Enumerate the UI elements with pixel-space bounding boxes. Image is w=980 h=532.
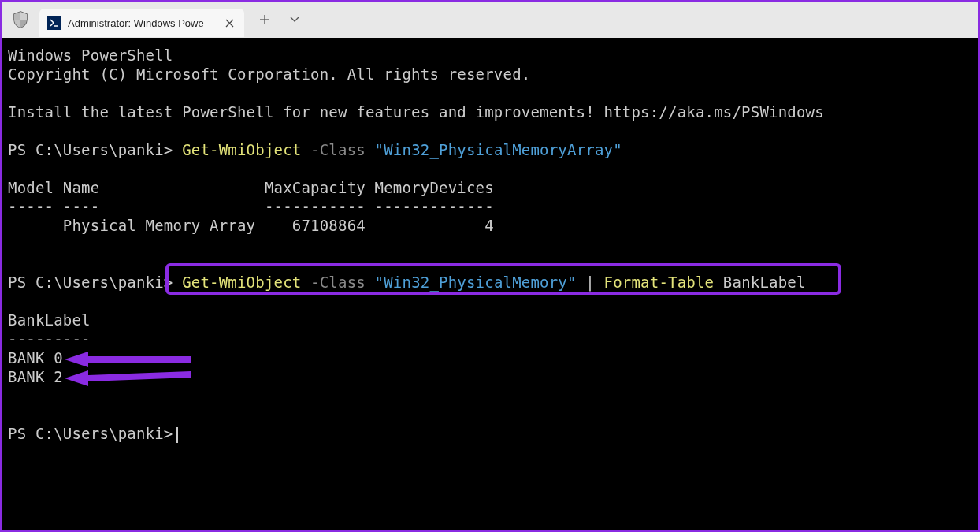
- terminal-tab[interactable]: Administrator: Windows Powe: [39, 9, 244, 37]
- terminal-output[interactable]: Windows PowerShell Copyright (C) Microso…: [2, 38, 978, 530]
- title-bar: Administrator: Windows Powe: [2, 2, 978, 38]
- copyright-line: Copyright (C) Microsoft Corporation. All…: [8, 65, 972, 84]
- blank-line: [8, 254, 972, 273]
- blank-line: [8, 121, 972, 140]
- table-header: BankLabel: [8, 311, 972, 329]
- arg: BankLabel: [714, 273, 805, 291]
- blank-line: [8, 235, 972, 254]
- blank-line: [8, 405, 972, 424]
- string-arg: "Win32_PhysicalMemoryArray": [375, 141, 622, 158]
- command-line-2: PS C:\Users\panki> Get-WmiObject -Class …: [8, 273, 972, 292]
- blank-line: [8, 159, 972, 178]
- table-header: Model Name MaxCapacity MemoryDevices: [8, 178, 972, 197]
- powershell-icon: [47, 16, 61, 30]
- text-cursor: [176, 427, 178, 443]
- table-row: BANK 0: [8, 348, 972, 367]
- param: -Class: [301, 273, 374, 291]
- table-row: BANK 2: [8, 367, 972, 386]
- command-line-1: PS C:\Users\panki> Get-WmiObject -Class …: [8, 140, 972, 159]
- prompt-path: PS C:\Users\panki>: [8, 141, 182, 158]
- param: -Class: [301, 141, 374, 158]
- prompt-path: PS C:\Users\panki>: [8, 425, 173, 442]
- prompt-path: PS C:\Users\panki>: [8, 273, 182, 291]
- cmdlet: Get-WmiObject: [182, 141, 301, 158]
- table-divider: ----- ---- ----------- -------------: [8, 197, 972, 216]
- string-arg: "Win32_PhysicalMemory": [375, 273, 577, 291]
- tab-dropdown-button[interactable]: [282, 7, 307, 32]
- tab-title: Administrator: Windows Powe: [68, 17, 216, 29]
- uac-shield-icon: [9, 9, 32, 31]
- pipe: |: [577, 273, 604, 291]
- install-hint-line: Install the latest PowerShell for new fe…: [8, 102, 972, 121]
- prompt-line: PS C:\Users\panki>: [8, 424, 972, 443]
- close-tab-button[interactable]: [222, 16, 236, 30]
- blank-line: [8, 292, 972, 311]
- new-tab-button[interactable]: [252, 7, 277, 32]
- cmdlet: Get-WmiObject: [182, 273, 301, 291]
- blank-line: [8, 84, 972, 102]
- table-row: Physical Memory Array 67108864 4: [8, 216, 972, 235]
- cmdlet: Format-Table: [604, 273, 715, 291]
- banner-line: Windows PowerShell: [8, 46, 972, 65]
- table-divider: ---------: [8, 329, 972, 348]
- blank-line: [8, 386, 972, 405]
